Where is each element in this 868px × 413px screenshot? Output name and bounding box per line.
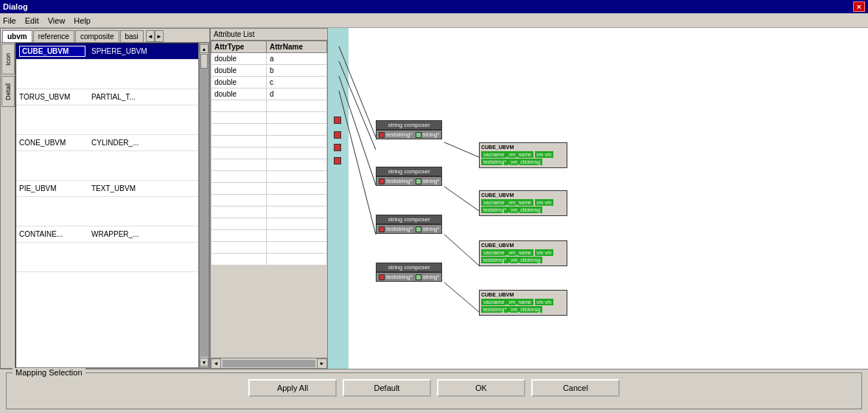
cube-row1-2: vacname _vm_name vm vm — [481, 199, 565, 206]
bottom-buttons: Apply All Default OK Cancel — [13, 379, 855, 397]
menu-edit[interactable]: Edit — [25, 16, 39, 25]
cube-row2-1: teststring* _vm_clickmsg — [481, 159, 565, 165]
attr-row — [211, 195, 327, 206]
scroll-track — [200, 54, 209, 357]
composer-group-2: string composer teststring* string* — [376, 167, 442, 186]
tab-scroll-left[interactable]: ◄ — [146, 30, 155, 42]
h-scroll-right[interactable]: ► — [317, 358, 327, 369]
attribute-list-panel: Attribute List AttrType AttrName double … — [210, 28, 328, 369]
icon-side-button[interactable]: Icon — [1, 44, 15, 74]
attribute-list-title: Attribute List — [211, 29, 327, 41]
connection-lines — [328, 28, 868, 369]
port-4 — [334, 157, 341, 164]
list-item[interactable] — [16, 243, 198, 272]
cube-title-1: CUBE_UBVM — [481, 145, 565, 150]
title-bar: Dialog × — [0, 0, 868, 13]
composer-input-1: teststring* string* — [376, 130, 442, 139]
cancel-button[interactable]: Cancel — [531, 379, 620, 397]
composer-group-1: string composer teststring* string* — [376, 120, 442, 139]
main-content: ubvm reference composite basi ◄ ► Icon D… — [0, 28, 868, 369]
svg-line-5 — [444, 187, 479, 211]
attr-row — [211, 159, 327, 171]
cube-node-2: CUBE_UBVM vacname _vm_name vm vm teststr… — [479, 190, 567, 216]
mapping-selection-label: Mapping Selection — [13, 368, 85, 377]
attr-row — [211, 242, 327, 254]
list-scrollbar[interactable]: ▲ ▼ — [199, 43, 209, 368]
attr-row — [211, 136, 327, 148]
list-item[interactable]: CUBE_UBVM SPHERE_UBVM — [16, 44, 198, 60]
detail-side-button[interactable]: Detail — [1, 76, 15, 107]
list-item[interactable] — [16, 151, 198, 181]
list-item[interactable]: PIE_UBVM TEXT_UBVM — [16, 181, 198, 197]
attr-row — [211, 148, 327, 159]
cube-row1-3: vacname _vm_name vm vm — [481, 249, 565, 256]
scroll-down[interactable]: ▼ — [200, 358, 209, 367]
scroll-thumb[interactable] — [200, 54, 208, 69]
cube-node-4: CUBE_UBVM vacname _vm_name vm vm teststr… — [479, 290, 567, 316]
tab-reference[interactable]: reference — [33, 30, 74, 42]
svg-line-6 — [444, 235, 479, 266]
cube-title-3: CUBE_UBVM — [481, 243, 565, 248]
port-out-2 — [416, 178, 421, 184]
svg-line-4 — [444, 142, 479, 157]
attribute-table: AttrType AttrName double a double b doub… — [211, 41, 327, 266]
tab-basi[interactable]: basi — [120, 30, 144, 42]
attr-row — [211, 124, 327, 136]
composer-group-4: string composer teststring* string* — [376, 263, 442, 282]
list-item[interactable] — [16, 105, 198, 135]
attr-row — [211, 171, 327, 183]
left-panel: ubvm reference composite basi ◄ ► Icon D… — [0, 28, 210, 369]
cube-row1-4: vacname _vm_name vm vm — [481, 299, 565, 305]
window-title: Dialog — [3, 2, 28, 11]
tabs-row: ubvm reference composite basi ◄ ► — [1, 29, 209, 43]
cube-row2-3: teststring* _vm_clickmsg — [481, 257, 565, 263]
svg-line-7 — [444, 282, 479, 312]
list-item[interactable] — [16, 60, 198, 89]
attr-row: double a — [211, 53, 327, 65]
composer-input-4: teststring* string* — [376, 272, 442, 282]
tab-scroll-right[interactable]: ► — [155, 30, 164, 42]
default-button[interactable]: Default — [343, 379, 431, 397]
list-item[interactable]: CONTAINE... WRAPPER_... — [16, 226, 198, 243]
attr-row: double b — [211, 65, 327, 77]
h-scroll-left[interactable]: ◄ — [211, 358, 221, 369]
tab-composite[interactable]: composite — [75, 30, 119, 42]
port-in-4 — [379, 274, 385, 280]
list-item[interactable]: CONE_UBVM CYLINDER_... — [16, 135, 198, 151]
attr-horizontal-scrollbar[interactable]: ◄ ► — [211, 358, 327, 368]
svg-line-3 — [339, 91, 376, 235]
svg-line-0 — [339, 46, 376, 137]
cube-title-2: CUBE_UBVM — [481, 192, 565, 198]
menu-file[interactable]: File — [3, 16, 16, 25]
attr-col-name: AttrName — [266, 41, 326, 53]
canvas-inner: string composer teststring* string* stri… — [328, 28, 868, 369]
attr-row — [211, 206, 327, 218]
bottom-bar: Mapping Selection Apply All Default OK C… — [0, 369, 868, 413]
tab-ubvm[interactable]: ubvm — [2, 30, 32, 42]
close-button[interactable]: × — [853, 1, 865, 12]
list-item[interactable] — [16, 197, 198, 226]
composer-input-2: teststring* string* — [376, 176, 442, 186]
mapping-selection-group: Mapping Selection Apply All Default OK C… — [6, 372, 862, 409]
composer-group-3: string composer teststring* string* — [376, 215, 442, 234]
port-3 — [334, 144, 341, 151]
attr-row: double d — [211, 88, 327, 100]
cube-title-4: CUBE_UBVM — [481, 292, 565, 297]
menu-view[interactable]: View — [48, 16, 66, 25]
cube-node-1: CUBE_UBVM vacname _vm_name vm vm teststr… — [479, 142, 567, 168]
cube-row2-2: teststring* _vm_clickmsg — [481, 206, 565, 213]
scroll-up[interactable]: ▲ — [200, 44, 209, 53]
port-in-1 — [379, 132, 385, 138]
port-in-2 — [379, 178, 385, 184]
attr-row — [211, 183, 327, 195]
menu-help[interactable]: Help — [74, 16, 91, 25]
apply-all-button[interactable]: Apply All — [248, 379, 337, 397]
attr-col-type: AttrType — [211, 41, 267, 53]
ok-button[interactable]: OK — [437, 379, 525, 397]
attr-row — [211, 254, 327, 266]
list-item[interactable]: TORUS_UBVM PARTIAL_T... — [16, 89, 198, 105]
port-2 — [334, 131, 341, 139]
cube-node-3: CUBE_UBVM vacname _vm_name vm vm teststr… — [479, 240, 567, 266]
composer-title-1: string composer — [376, 120, 442, 130]
svg-line-1 — [339, 61, 376, 150]
